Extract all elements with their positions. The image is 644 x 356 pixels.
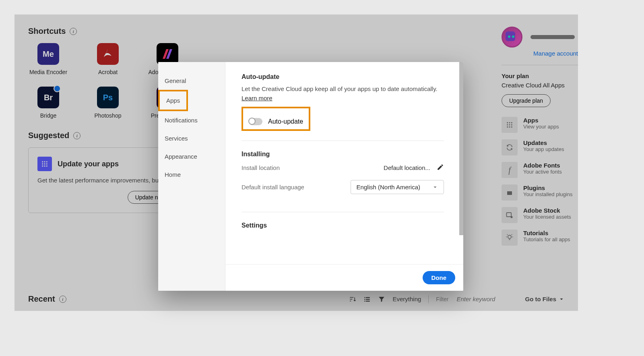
filter-input[interactable] <box>456 295 502 303</box>
divider <box>428 295 429 303</box>
shortcut-acrobat[interactable]: Acrobat <box>88 43 128 75</box>
svg-point-8 <box>46 166 47 167</box>
modal-scrollbar[interactable] <box>459 62 463 235</box>
svg-point-5 <box>46 164 47 165</box>
install-location-value: Default location... <box>384 164 430 171</box>
language-value: English (North America) <box>357 184 420 190</box>
side-title: Plugins <box>523 184 572 191</box>
settings-heading: Settings <box>242 222 444 229</box>
shortcut-label: Bridge <box>40 112 56 119</box>
svg-point-13 <box>509 124 510 126</box>
side-item-tutorials[interactable]: TutorialsTutorials for all apps <box>502 230 578 246</box>
nav-general[interactable]: General <box>158 72 225 90</box>
font-icon: f <box>502 162 518 178</box>
refresh-icon <box>502 139 518 155</box>
divider <box>502 65 578 65</box>
app-abbr: Me <box>43 50 54 59</box>
svg-rect-22 <box>365 297 365 298</box>
everything-label[interactable]: Everything <box>392 296 421 302</box>
side-title: Updates <box>523 139 564 146</box>
side-sub: View your apps <box>523 124 559 130</box>
nav-apps[interactable]: Apps <box>158 90 188 111</box>
learn-more-link[interactable]: Learn more <box>242 95 272 101</box>
update-dot-icon <box>54 85 61 92</box>
express-icon <box>160 47 175 61</box>
pencil-icon[interactable] <box>437 164 444 172</box>
chevron-down-icon <box>559 296 564 302</box>
side-sub: Your app updates <box>523 146 564 152</box>
side-sub: Your installed plugins <box>523 191 572 197</box>
svg-point-6 <box>42 166 43 167</box>
svg-point-1 <box>44 161 45 162</box>
info-icon[interactable]: i <box>73 132 80 139</box>
acrobat-icon <box>102 48 114 60</box>
info-icon[interactable]: i <box>70 28 77 35</box>
stock-icon <box>502 207 518 223</box>
nav-appearance[interactable]: Appearance <box>158 147 225 166</box>
side-item-apps[interactable]: AppsView your apps <box>502 117 578 133</box>
nav-home[interactable]: Home <box>158 166 225 184</box>
manage-account-link[interactable]: Manage account <box>502 50 578 57</box>
svg-rect-18 <box>507 191 512 195</box>
svg-point-15 <box>507 126 508 128</box>
side-item-updates[interactable]: UpdatesYour app updates <box>502 139 578 155</box>
svg-point-9 <box>507 122 508 123</box>
chevron-down-icon <box>432 184 438 190</box>
avatar[interactable] <box>502 27 522 48</box>
recent-heading: Recent <box>28 294 55 304</box>
svg-rect-25 <box>366 299 370 300</box>
nav-notifications[interactable]: Notifications <box>158 111 225 129</box>
auto-update-toggle[interactable] <box>249 118 262 125</box>
bulb-icon <box>502 230 518 246</box>
shortcut-label: Media Encoder <box>29 69 67 75</box>
side-sub: Tutorials for all apps <box>523 236 570 242</box>
svg-rect-19 <box>507 213 512 217</box>
shortcut-photoshop[interactable]: Ps Photoshop <box>88 87 128 119</box>
svg-point-12 <box>507 124 508 126</box>
sort-icon[interactable] <box>349 296 356 303</box>
installing-heading: Installing <box>242 151 444 158</box>
svg-rect-26 <box>365 300 365 301</box>
svg-point-3 <box>42 164 43 165</box>
svg-point-14 <box>511 124 512 126</box>
svg-point-2 <box>46 161 47 162</box>
go-to-files-link[interactable]: Go to Files <box>525 296 564 302</box>
side-item-plugins[interactable]: PluginsYour installed plugins <box>502 184 578 201</box>
side-item-fonts[interactable]: f Adobe FontsYour active fonts <box>502 162 578 178</box>
side-sub: Your active fonts <box>523 169 562 175</box>
nav-services[interactable]: Services <box>158 129 225 147</box>
svg-point-10 <box>509 122 510 123</box>
plugin-icon <box>502 184 518 201</box>
shortcut-label: Photoshop <box>95 112 122 119</box>
svg-rect-24 <box>365 299 365 300</box>
plan-name: Creative Cloud All Apps <box>502 82 578 89</box>
svg-rect-27 <box>366 300 370 301</box>
svg-point-4 <box>44 164 45 165</box>
auto-update-heading: Auto-update <box>242 73 444 81</box>
language-select[interactable]: English (North America) <box>351 180 444 194</box>
svg-point-0 <box>42 161 43 162</box>
side-item-stock[interactable]: Adobe StockYour licensed assets <box>502 207 578 223</box>
shortcut-bridge[interactable]: Br Bridge <box>28 87 68 119</box>
filter-icon[interactable] <box>378 296 385 303</box>
shortcut-media-encoder[interactable]: Me Media Encoder <box>28 43 68 75</box>
side-sub: Your licensed assets <box>523 214 571 220</box>
shortcuts-heading: Shortcuts <box>28 27 66 36</box>
info-icon[interactable]: i <box>59 296 66 303</box>
preferences-modal: General Apps Notifications Services Appe… <box>158 62 463 291</box>
side-title: Adobe Stock <box>523 207 571 214</box>
auto-update-toggle-label: Auto-update <box>268 118 303 125</box>
app-abbr: Ps <box>103 93 113 102</box>
done-button[interactable]: Done <box>423 271 456 284</box>
app-abbr: Br <box>44 93 53 102</box>
svg-rect-23 <box>366 297 370 298</box>
shortcut-label: Acrobat <box>98 69 118 75</box>
upgrade-plan-button[interactable]: Upgrade plan <box>502 94 551 107</box>
filter-label: Filter <box>436 296 448 302</box>
list-icon[interactable] <box>363 296 371 303</box>
plan-label: Your plan <box>502 72 578 79</box>
side-title: Adobe Fonts <box>523 162 562 169</box>
svg-point-17 <box>511 126 512 128</box>
svg-point-20 <box>511 216 513 218</box>
svg-point-11 <box>511 122 512 123</box>
